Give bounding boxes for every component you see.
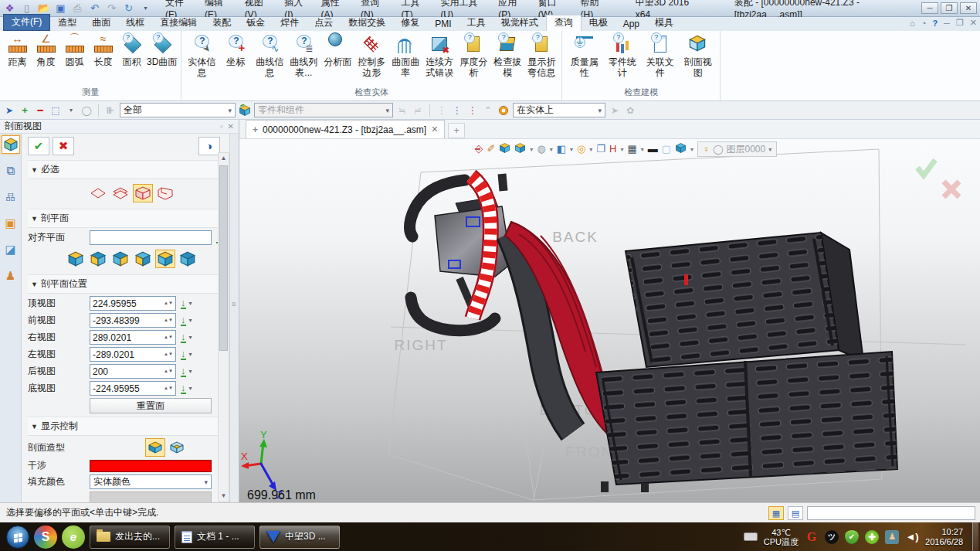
tab-pmi[interactable]: PMI — [427, 18, 459, 31]
plane-display-icon[interactable]: ▢ — [662, 143, 671, 155]
fill-color-preview-swatch[interactable] — [90, 491, 212, 502]
browser-360-icon[interactable]: e — [62, 525, 85, 549]
scrollbar-thumb[interactable] — [219, 165, 228, 351]
sort-c-icon[interactable]: ⋮ — [466, 105, 479, 116]
section-h-icon[interactable]: H — [609, 143, 616, 155]
pick-cursor-icon[interactable]: ➤ — [3, 105, 15, 116]
bend-info-button[interactable]: 显示折弯信息 — [524, 32, 558, 80]
panel-scrollbar[interactable]: ▲ ▼ — [218, 152, 229, 502]
tab-inquire[interactable]: 查询 — [546, 15, 582, 31]
tab-visualize[interactable]: 视觉样式 — [493, 15, 546, 31]
qat-dropdown-icon[interactable]: ▾ — [139, 2, 152, 15]
thickness-analysis-button[interactable]: 厚度分析 — [456, 32, 490, 80]
fill-color-dropdown[interactable]: 实体颜色▾ — [90, 474, 212, 489]
surface-curvature-button[interactable]: 曲面曲率 — [388, 32, 422, 80]
caret-icon[interactable]: ▾ — [550, 146, 553, 153]
new-tab-button[interactable]: + — [448, 123, 465, 138]
control-polygon-button[interactable]: 控制多边形 — [354, 32, 388, 80]
tab-assembly[interactable]: 装配 — [205, 15, 239, 31]
show-desktop-button[interactable] — [972, 522, 978, 551]
back-view-input[interactable]: 200▲▼ — [90, 364, 176, 379]
plane-cube-back-icon[interactable] — [155, 250, 175, 268]
tab-sheet-metal[interactable]: 钣金 — [239, 15, 273, 31]
angle-button[interactable]: 角度 — [32, 32, 60, 69]
background-icon[interactable]: ▬ — [648, 143, 658, 155]
caret-icon[interactable]: ▾ — [620, 146, 623, 153]
reset-plane-button[interactable]: 重置面 — [90, 398, 212, 413]
required-section-header[interactable]: ▼必选 — [28, 160, 236, 179]
caret-icon[interactable]: ▾ — [189, 368, 192, 375]
tab-data-exchange[interactable]: 数据交换 — [341, 15, 393, 31]
section-view-button[interactable]: 剖面视图 — [679, 32, 717, 80]
viewport-cancel-x-icon[interactable] — [944, 182, 959, 197]
3d-scene[interactable]: BACK RIGHT LEFT BOTTOM FRONT — [239, 120, 980, 502]
curve-info-button[interactable]: 曲线信息 — [253, 32, 287, 80]
hierarchy-tab-icon[interactable]: 品 — [2, 188, 20, 206]
pick-icon[interactable]: ↓ — [181, 349, 186, 360]
shape-solid-icon[interactable] — [145, 438, 165, 457]
left-view-input[interactable]: -289.0201▲▼ — [90, 347, 176, 362]
viewport-confirm-check-icon[interactable] — [917, 160, 935, 175]
interference-color-swatch[interactable] — [90, 460, 212, 472]
command-input[interactable] — [807, 506, 975, 520]
new-file-icon[interactable]: ▯ — [20, 2, 33, 15]
section-plane-header[interactable]: ▼剖平面 — [28, 209, 236, 228]
spinner-icon[interactable]: ▲▼ — [164, 318, 173, 322]
input-grid-toggle-icon[interactable]: ▦ — [768, 506, 784, 520]
part-statistics-button[interactable]: 零件统计 — [603, 32, 641, 80]
align-plane-input[interactable] — [90, 230, 212, 245]
open-file-icon[interactable]: 📂 — [37, 2, 50, 15]
help-icon[interactable]: ? — [932, 19, 938, 28]
length-button[interactable]: 长度 — [89, 32, 117, 69]
plane-position-header[interactable]: ▼剖平面位置 — [28, 274, 236, 294]
associated-files-button[interactable]: 关联文件 — [641, 32, 679, 80]
plane-cube-top-icon[interactable] — [66, 250, 86, 268]
sogou-browser-icon[interactable]: S — [34, 525, 57, 549]
section-type-notch-icon[interactable] — [155, 184, 175, 202]
scope-icon[interactable] — [239, 104, 251, 117]
caret-icon[interactable]: ▾ — [589, 146, 592, 153]
zw3d-taskbar-button[interactable]: 中望3D ... — [259, 525, 340, 549]
tray-plus-icon[interactable]: ✚ — [865, 530, 879, 544]
keyboard-tray-icon[interactable] — [744, 532, 758, 541]
section-type-stack-icon[interactable] — [110, 184, 131, 202]
panel-close-icon[interactable]: ✕ — [228, 122, 234, 131]
display-control-header[interactable]: ▼显示控制 — [28, 417, 236, 436]
erase-icon[interactable]: ✐ — [487, 143, 495, 155]
section-type-box-icon[interactable] — [133, 184, 153, 202]
render-mode-icon[interactable]: ▦ — [627, 143, 636, 155]
front-view-input[interactable]: -293.48399▲▼ — [90, 313, 176, 328]
shade-cube-icon[interactable] — [514, 142, 526, 157]
solid-cube-icon[interactable] — [675, 142, 687, 157]
doc-restore-icon[interactable]: ❐ — [956, 18, 964, 28]
filter-icon[interactable]: ⊪ — [104, 105, 117, 116]
settings-icon[interactable]: ◔ — [921, 19, 927, 28]
analyze-face-button[interactable]: 分析面 — [320, 32, 354, 69]
tab-heal[interactable]: 修复 — [393, 15, 427, 31]
graphics-viewport[interactable]: + 00000000new-421.Z3 - [tbzj2aa__.asm] ✕… — [239, 120, 980, 502]
assembly-tree-tab-icon[interactable]: ⧉ — [2, 162, 20, 180]
pick-icon[interactable]: ↓ — [181, 298, 186, 309]
shape-ghost-icon[interactable] — [167, 438, 187, 457]
tab-wireframe[interactable]: 线框 — [118, 15, 152, 31]
upper-basket[interactable] — [626, 233, 863, 367]
coordinate-button[interactable]: 坐标 — [219, 32, 253, 69]
tab-surface[interactable]: 曲面 — [84, 15, 118, 31]
save-icon[interactable]: ▣ — [54, 2, 67, 15]
cancel-button[interactable]: ✖ — [53, 137, 74, 155]
3d-surface-button[interactable]: 3D曲面 — [146, 32, 178, 69]
regen-cube-icon[interactable] — [499, 142, 510, 157]
redo-icon[interactable]: ↷ — [105, 2, 118, 15]
pick-icon[interactable]: ↓ — [181, 315, 186, 326]
section-tool-tab-icon[interactable] — [2, 135, 20, 154]
section-type-plane-icon[interactable] — [88, 184, 108, 202]
spinner-icon[interactable]: ▲▼ — [164, 369, 173, 373]
info-toggle-button[interactable]: ◑ — [198, 137, 220, 155]
restore-button[interactable]: ❐ — [941, 2, 958, 14]
distance-button[interactable]: 距离 — [3, 32, 32, 69]
pick-region-icon[interactable]: ⬚ — [49, 105, 62, 116]
plane-cube-front-icon[interactable] — [88, 250, 108, 268]
spinner-icon[interactable]: ▲▼ — [164, 301, 173, 305]
area-button[interactable]: 面积 — [117, 32, 146, 69]
caret-icon[interactable]: ▾ — [189, 317, 192, 324]
